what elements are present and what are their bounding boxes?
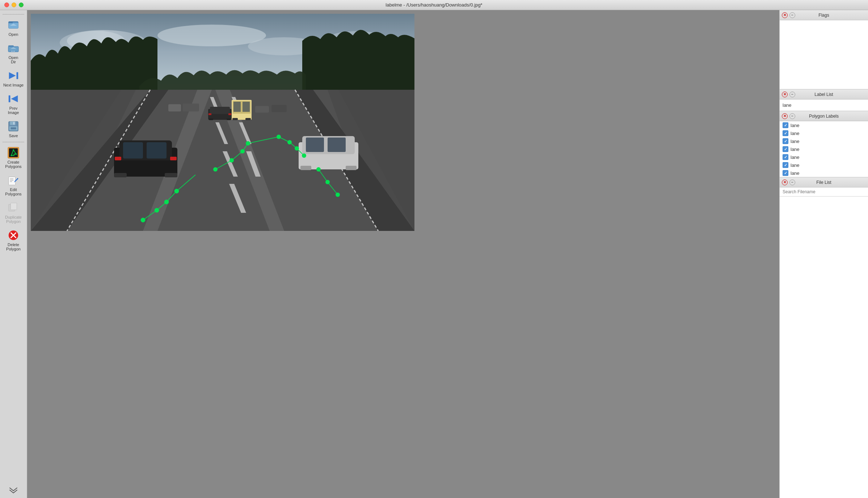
svg-point-103 [336, 193, 340, 197]
svg-point-27 [157, 25, 266, 46]
polygon-labels-close-button[interactable]: ✕ [782, 113, 788, 119]
open-dir-button[interactable]: OpenDir [1, 39, 26, 66]
svg-point-101 [316, 167, 321, 172]
next-image-label: Next Image [3, 83, 24, 87]
svg-rect-10 [10, 122, 16, 125]
svg-point-17 [10, 155, 12, 156]
polygon-label-text-6: lane [791, 170, 800, 176]
polygon-label-item-3: lane [780, 145, 868, 153]
file-list-collapse-button[interactable]: − [789, 180, 795, 185]
svg-rect-75 [255, 106, 269, 113]
flags-content [780, 20, 868, 89]
open-dir-label: OpenDir [9, 55, 18, 64]
label-list-item: lane [783, 102, 792, 108]
polygon-label-checkbox-0[interactable] [783, 122, 788, 128]
svg-rect-74 [271, 105, 287, 112]
label-list-close-button[interactable]: ✕ [782, 92, 788, 97]
delete-polygon-icon [7, 229, 20, 242]
edit-polygons-button[interactable]: EditPolygons [1, 172, 26, 198]
create-polygons-button[interactable]: CreatePolygons [1, 144, 26, 171]
next-image-button[interactable]: Next Image [1, 67, 26, 89]
flags-panel-header: ✕ − Flags [780, 10, 868, 20]
duplicate-polygon-button[interactable]: DuplicatePolygon [1, 199, 26, 226]
svg-rect-6 [17, 72, 18, 79]
file-list-close-button[interactable]: ✕ [782, 180, 788, 185]
flags-header-buttons: ✕ − [782, 12, 795, 18]
label-list-collapse-button[interactable]: − [789, 92, 795, 97]
polygon-label-item-5: lane [780, 161, 868, 169]
save-icon [7, 120, 20, 133]
main-layout: Open OpenDir Next Image [0, 10, 868, 498]
label-list-header: ✕ − Label List [780, 89, 868, 100]
svg-rect-58 [300, 166, 311, 170]
delete-polygon-label: DeletePolygon [6, 242, 21, 251]
toolbar-separator-top [3, 14, 24, 14]
svg-rect-71 [245, 118, 251, 120]
svg-point-80 [141, 218, 145, 222]
svg-point-94 [246, 141, 250, 145]
file-list-content [780, 187, 868, 498]
svg-rect-59 [346, 166, 357, 170]
svg-point-93 [240, 149, 245, 153]
search-filename-input[interactable] [780, 187, 868, 197]
svg-rect-8 [9, 96, 10, 102]
flags-collapse-button[interactable]: − [789, 12, 795, 18]
polygon-label-checkbox-5[interactable] [783, 162, 788, 168]
toolbar: Open OpenDir Next Image [0, 10, 27, 498]
svg-rect-22 [10, 203, 17, 210]
open-icon [7, 18, 20, 31]
prev-image-icon [7, 92, 20, 105]
polygon-label-checkbox-1[interactable] [783, 130, 788, 136]
polygon-label-text-0: lane [791, 123, 800, 128]
svg-point-81 [155, 208, 159, 212]
svg-rect-53 [170, 157, 177, 160]
canvas-area[interactable] [27, 10, 779, 498]
svg-marker-5 [9, 72, 16, 79]
window-controls [4, 3, 24, 7]
svg-rect-52 [115, 157, 121, 160]
expand-toolbar-button[interactable] [8, 484, 18, 495]
svg-rect-2 [9, 22, 13, 24]
svg-rect-51 [165, 173, 177, 177]
duplicate-polygon-icon [7, 201, 20, 214]
duplicate-polygon-label: DuplicatePolygon [5, 215, 22, 224]
svg-point-83 [174, 189, 179, 193]
save-button[interactable]: Save [1, 118, 26, 140]
next-image-icon [7, 69, 20, 82]
toolbar-separator-mid [3, 142, 24, 142]
open-button[interactable]: Open [1, 16, 26, 39]
polygon-label-checkbox-6[interactable] [783, 170, 788, 176]
create-polygons-label: CreatePolygons [5, 160, 21, 169]
edit-polygons-icon [7, 174, 20, 187]
prev-image-button[interactable]: PrevImage [1, 90, 26, 117]
polygon-label-checkbox-2[interactable] [783, 138, 788, 144]
maximize-button[interactable] [19, 3, 24, 7]
create-polygons-icon [7, 146, 20, 159]
flags-section: ✕ − Flags [780, 10, 868, 89]
polygon-labels-collapse-button[interactable]: − [789, 113, 795, 119]
flags-close-button[interactable]: ✕ [782, 12, 788, 18]
svg-point-102 [325, 180, 330, 184]
polygon-label-checkbox-4[interactable] [783, 154, 788, 160]
svg-point-98 [302, 153, 306, 158]
delete-polygon-button[interactable]: DeletePolygon [1, 227, 26, 253]
svg-rect-20 [9, 177, 16, 185]
svg-marker-7 [11, 96, 18, 102]
polygon-labels-header: ✕ − Polygon Labels [780, 111, 868, 121]
svg-rect-56 [306, 138, 324, 152]
svg-point-96 [287, 140, 292, 144]
polygon-label-item-1: lane [780, 129, 868, 137]
polygon-labels-content: lanelanelanelanelanelanelane [780, 121, 868, 177]
svg-rect-73 [168, 104, 181, 111]
open-dir-icon [7, 42, 20, 55]
polygon-label-text-3: lane [791, 147, 800, 152]
svg-rect-62 [209, 118, 213, 120]
flags-title: Flags [818, 13, 829, 18]
file-list-header: ✕ − File List [780, 177, 868, 187]
polygon-label-item-4: lane [780, 153, 868, 161]
close-button[interactable] [4, 3, 9, 7]
minimize-button[interactable] [12, 3, 16, 7]
polygon-label-checkbox-3[interactable] [783, 146, 788, 152]
polygon-label-item-0: lane [780, 121, 868, 129]
svg-rect-65 [228, 113, 231, 115]
